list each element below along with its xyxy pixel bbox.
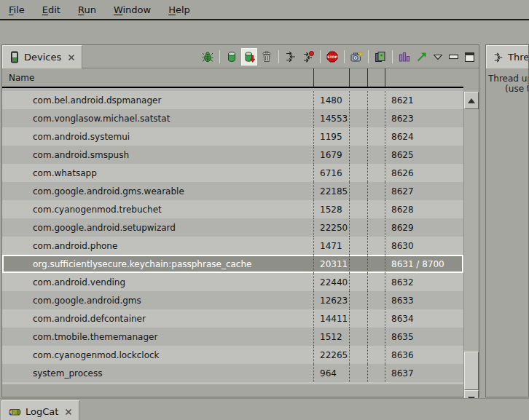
debug-process-icon[interactable] — [200, 48, 216, 66]
threads-view: Threads Thread updates not enabled for s… — [485, 44, 529, 397]
sysinfo-icon[interactable] — [396, 48, 412, 66]
table-row[interactable]: com.android.vending 22440 8632 — [2, 273, 463, 291]
toolbar-separator — [368, 50, 369, 63]
tab-logcat-label: LogCat — [26, 406, 58, 417]
scroll-up-button[interactable] — [464, 92, 479, 109]
blank-cell — [367, 364, 385, 382]
table-row[interactable]: com.google.android.gms 12623 8633 — [2, 291, 463, 309]
process-name: org.sufficientlysecure.keychain:passphra… — [2, 255, 313, 273]
blank-cell — [367, 309, 385, 328]
process-name: com.vonglasow.michael.satstat — [2, 109, 313, 127]
devices-view: Devices — [1, 44, 479, 397]
maximize-icon[interactable] — [462, 48, 477, 66]
menu-help[interactable]: Help — [165, 3, 193, 17]
empty-toolbar-strip — [0, 20, 529, 44]
close-icon[interactable] — [68, 54, 75, 61]
blank-cell — [367, 182, 385, 200]
tab-devices[interactable]: Devices — [2, 45, 82, 68]
update-heap-icon[interactable] — [224, 48, 240, 66]
tab-threads[interactable]: Threads — [486, 45, 529, 68]
blank-cell — [367, 273, 385, 291]
blank-cell — [349, 291, 367, 309]
stop-process-icon[interactable]: STOP — [324, 48, 340, 66]
toolbar-separator — [320, 50, 321, 63]
menu-file[interactable]: File — [6, 3, 28, 17]
start-method-profiling-icon[interactable] — [300, 48, 316, 66]
blank-cell — [349, 255, 367, 273]
tab-threads-label: Threads — [508, 52, 529, 63]
vertical-scrollbar-thumb[interactable] — [464, 352, 479, 390]
table-row[interactable]: com.vonglasow.michael.satstat 14553 8623 — [2, 109, 463, 127]
table-row[interactable]: com.whatsapp 6716 8626 — [2, 164, 463, 182]
table-row[interactable]: com.google.android.gms.wearable 22185 86… — [2, 182, 463, 200]
blank-cell — [349, 200, 367, 218]
toolbar-separator — [344, 50, 345, 63]
toolbar-separator — [278, 50, 279, 63]
process-port: 8621 — [385, 91, 463, 109]
blank-cell — [367, 109, 385, 127]
table-row[interactable]: com.tmobile.thememanager 1512 8635 — [2, 328, 463, 346]
vertical-scrollbar[interactable] — [463, 92, 478, 408]
blank-cell — [367, 291, 385, 309]
screen-record-icon[interactable] — [372, 48, 388, 66]
tab-devices-label: Devices — [24, 52, 61, 63]
process-pid: 6716 — [313, 164, 349, 182]
table-row[interactable]: com.android.systemui 1195 8624 — [2, 127, 463, 146]
blank-cell — [367, 200, 385, 218]
process-name: com.android.phone — [2, 237, 313, 255]
screen-capture-icon[interactable] — [348, 48, 364, 66]
blank-cell — [349, 127, 367, 146]
process-pid: 1679 — [313, 146, 349, 164]
minimize-icon[interactable] — [446, 48, 461, 66]
threads-message-line2: (use toolbar button to enable) — [488, 84, 529, 94]
table-row[interactable]: com.cyanogenmod.trebuchet 1528 8628 — [2, 200, 463, 218]
table-row[interactable]: com.android.phone 1471 8630 — [2, 237, 463, 255]
process-name: com.tmobile.thememanager — [2, 328, 313, 346]
device-table-body: com.bel.android.dspmanager 1480 8621 com… — [2, 88, 463, 384]
hierarchy-icon[interactable] — [414, 48, 430, 66]
table-row[interactable]: com.google.android.setupwizard 22250 862… — [2, 218, 463, 237]
process-port: 8631 / 8700 — [385, 255, 463, 273]
close-icon[interactable] — [65, 408, 72, 416]
view-menu-icon[interactable] — [431, 48, 444, 66]
blank-cell — [349, 237, 367, 255]
process-name: com.whatsapp — [2, 164, 313, 182]
column-header-blank2[interactable] — [367, 68, 385, 87]
devices-toolbar: STOP — [200, 45, 477, 68]
table-row[interactable]: com.cyanogenmod.lockclock 22265 8636 — [2, 346, 463, 364]
blank-cell — [367, 91, 385, 109]
table-row[interactable]: com.android.smspush 1679 8625 — [2, 146, 463, 164]
process-pid: 22185 — [313, 182, 349, 200]
tab-logcat[interactable]: LogCat — [1, 400, 79, 420]
threads-message: Thread updates not enabled for selected … — [486, 68, 529, 94]
svg-text:STOP: STOP — [327, 55, 337, 59]
blank-cell — [349, 328, 367, 346]
column-header-name[interactable]: Name — [2, 68, 313, 87]
blank-cell — [349, 182, 367, 200]
dump-hprof-icon[interactable] — [241, 48, 257, 66]
process-port: 8636 — [385, 346, 463, 364]
process-name: com.android.defcontainer — [2, 309, 313, 328]
toolbar-separator — [219, 50, 220, 63]
process-port: 8628 — [385, 200, 463, 218]
process-name: com.android.smspush — [2, 146, 313, 164]
column-header-pid[interactable] — [313, 68, 349, 87]
menu-run[interactable]: Run — [75, 3, 99, 17]
menu-window[interactable]: Window — [111, 3, 154, 17]
update-threads-icon[interactable] — [283, 48, 299, 66]
cause-gc-icon[interactable] — [259, 48, 275, 66]
process-pid: 1512 — [313, 328, 349, 346]
menu-edit[interactable]: Edit — [39, 3, 63, 17]
process-pid: 1195 — [313, 127, 349, 146]
toolbar-separator — [392, 50, 393, 63]
column-header-blank1[interactable] — [349, 68, 367, 87]
table-row[interactable]: org.sufficientlysecure.keychain:passphra… — [2, 255, 463, 273]
table-row[interactable]: com.bel.android.dspmanager 1480 8621 — [2, 91, 463, 109]
process-name: com.google.android.gms.wearable — [2, 182, 313, 200]
process-pid: 22250 — [313, 218, 349, 237]
process-pid: 1528 — [313, 200, 349, 218]
column-header-port[interactable] — [385, 68, 463, 87]
process-port: 8634 — [385, 309, 463, 328]
table-row[interactable]: com.android.defcontainer 14411 8634 — [2, 309, 463, 328]
table-row[interactable]: system_process 964 8637 — [2, 364, 463, 382]
